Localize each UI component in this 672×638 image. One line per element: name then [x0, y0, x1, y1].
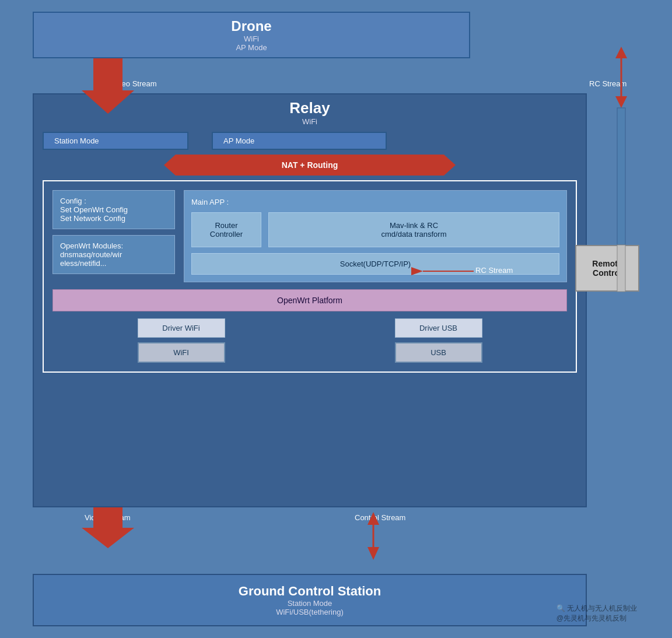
driver-wifi-label: Driver WiFi	[162, 324, 200, 332]
page: Drone WiFi AP Mode Relay WiFi Station Mo…	[0, 0, 672, 638]
mavlink-line1: Mav-link & RC	[275, 221, 553, 230]
mavlink-line2: cmd/data transform	[275, 230, 553, 239]
station-mode-box: Station Mode	[43, 132, 188, 150]
platform-label: OpenWrt Platform	[277, 296, 342, 305]
config-line3: Set Network Config	[60, 214, 167, 223]
rc-stream-top-label: RC Stream	[589, 79, 626, 88]
ap-mode-box: AP Mode	[212, 132, 387, 150]
router-controller-line2: Controller	[198, 230, 255, 239]
remote-control-box: Remote Control	[575, 245, 639, 292]
video-arrow-head-bottom	[82, 528, 134, 548]
gcs-box: Ground Control Station Station Mode WiFi…	[33, 574, 587, 626]
main-app-section: Main APP : Router Controller Mav-link & …	[184, 190, 567, 282]
config-line1: Config :	[60, 197, 167, 205]
gcs-line1: Station Mode	[288, 599, 332, 608]
gcs-line2: WiFi/USB(tethering)	[276, 608, 344, 616]
mode-row: Station Mode AP Mode	[43, 132, 577, 150]
control-stream-label: Control Stream	[355, 513, 405, 522]
rc-arrow-down-top	[615, 96, 627, 108]
wifi-driver-group: Driver WiFi WiFI	[138, 318, 225, 363]
drone-box: Drone WiFi AP Mode	[33, 12, 470, 58]
main-app-label: Main APP :	[191, 198, 559, 206]
router-controller-box: Router Controller	[191, 212, 261, 247]
driver-wifi-box: Driver WiFi	[138, 318, 225, 338]
control-arrow-up	[368, 512, 379, 525]
usb-driver-group: Driver USB USB	[395, 318, 482, 363]
platform-box: OpenWrt Platform	[52, 289, 567, 311]
relay-box: Relay WiFi Station Mode AP Mode NAT + Ro…	[33, 93, 587, 507]
content-row: Config : Set OpenWrt Config Set Network …	[52, 190, 567, 282]
config-box: Config : Set OpenWrt Config Set Network …	[52, 190, 175, 229]
relay-header: Relay WiFi	[34, 94, 586, 126]
router-controller-line1: Router	[198, 221, 255, 230]
modules-box: OpenWrt Modules: dnsmasq/route/wir eless…	[52, 235, 175, 274]
driver-usb-box: Driver USB	[395, 318, 482, 338]
video-stream-bottom-label: Video Stream	[85, 513, 131, 522]
watermark-text: 🔍 无人机与无人机反制业@先灵机与先灵机反制	[556, 604, 637, 622]
wifi-label: WiFI	[173, 348, 189, 357]
usb-label: USB	[430, 348, 446, 357]
station-mode-label: Station Mode	[54, 136, 99, 145]
nat-row: NAT + Routing	[43, 155, 577, 176]
modules-line3: eless/netifid...	[60, 259, 167, 268]
app-row: Router Controller Mav-link & RC cmd/data…	[191, 212, 559, 247]
modules-line1: OpenWrt Modules:	[60, 241, 167, 250]
gcs-title: Ground Control Station	[239, 584, 381, 599]
rc-stream-vertical-bar	[617, 108, 625, 245]
ap-mode-label: AP Mode	[223, 136, 254, 145]
inner-content-box: Config : Set OpenWrt Config Set Network …	[43, 180, 577, 373]
remote-line2: Control	[592, 268, 622, 278]
socket-box: Socket(UDP/TCP/IP)	[191, 253, 559, 275]
wifi-hw-box: WiFI	[138, 342, 225, 363]
nat-routing-label: NAT + Routing	[282, 160, 338, 170]
rc-arrow-up-top	[615, 47, 627, 58]
control-arrow-down	[368, 547, 379, 560]
relay-subtitle: WiFi	[34, 117, 586, 126]
left-column: Config : Set OpenWrt Config Set Network …	[52, 190, 175, 282]
socket-label: Socket(UDP/TCP/IP)	[340, 260, 411, 268]
modules-line2: dnsmasq/route/wir	[60, 250, 167, 259]
config-line2: Set OpenWrt Config	[60, 205, 167, 214]
video-arrow-shaft-top	[93, 58, 123, 93]
relay-title: Relay	[34, 99, 586, 117]
usb-hw-box: USB	[395, 342, 482, 363]
drone-wifi: WiFi	[244, 34, 259, 43]
video-arrow-shaft-bottom	[93, 507, 123, 531]
drone-mode: AP Mode	[236, 43, 267, 52]
driver-usb-label: Driver USB	[419, 324, 457, 332]
drone-title: Drone	[231, 18, 271, 34]
watermark: 🔍 无人机与无人机反制业@先灵机与先灵机反制	[556, 604, 637, 623]
video-stream-top-label: Video Stream	[111, 79, 157, 88]
remote-line1: Remote	[592, 259, 622, 268]
driver-row: Driver WiFi WiFI Driver USB USB	[52, 318, 567, 363]
nat-routing-arrow: NAT + Routing	[164, 155, 456, 176]
mavlink-box: Mav-link & RC cmd/data transform	[268, 212, 559, 247]
